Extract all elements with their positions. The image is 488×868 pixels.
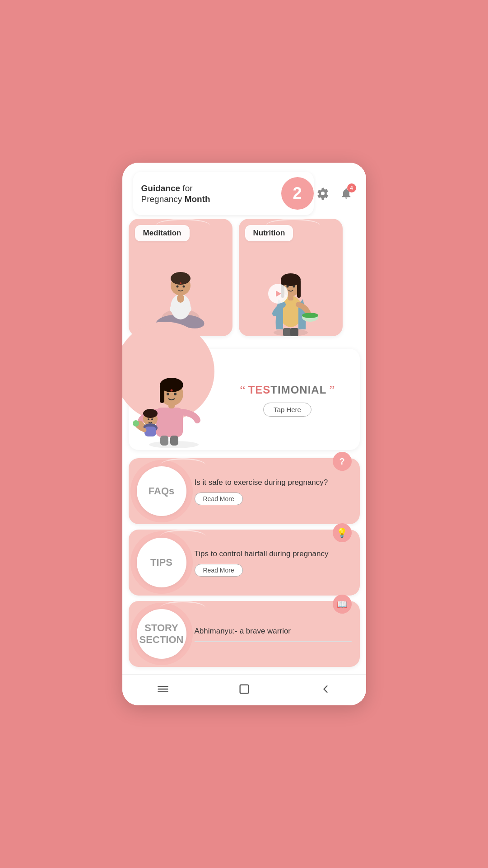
faq-read-more-button[interactable]: Read More xyxy=(195,493,243,505)
guidance-bold: Guidance xyxy=(141,183,181,193)
tips-text: Tips to control hairfall during pregnanc… xyxy=(195,549,352,559)
svg-rect-27 xyxy=(156,408,183,437)
play-button[interactable] xyxy=(268,284,288,304)
month-text: Month xyxy=(185,194,210,204)
notification-button[interactable]: 4 xyxy=(337,184,355,202)
month-badge[interactable]: 2 xyxy=(281,177,314,210)
story-title-text: Abhimanyu:- a brave warrior xyxy=(195,626,352,637)
faq-question-text: Is it safe to exercise during pregnancy? xyxy=(195,477,352,488)
meditation-image-area xyxy=(129,241,232,336)
svg-point-7 xyxy=(176,276,185,283)
testimonial-figure xyxy=(129,349,219,448)
quote-close: ” xyxy=(329,383,335,397)
header-icons: 4 xyxy=(314,184,355,202)
svg-rect-42 xyxy=(144,427,156,436)
nutrition-card[interactable]: Nutrition xyxy=(239,219,343,336)
play-icon xyxy=(274,290,282,298)
faq-card[interactable]: FAQs ? Is it safe to exercise during pre… xyxy=(129,458,360,524)
tips-lightbulb-icon: 💡 xyxy=(333,523,352,542)
notification-badge: 4 xyxy=(347,183,356,192)
testimonial-image-area xyxy=(129,349,219,450)
testimonial-text-area: “ TESTIMONIAL ” Tap Here xyxy=(219,375,360,425)
header: Guidance for Pregnancy Month 2 xyxy=(122,163,366,219)
pregnancy-text: Pregnancy xyxy=(141,194,185,204)
story-icon-circle: STORY SECTION xyxy=(137,609,186,659)
svg-point-23 xyxy=(286,286,288,288)
meditation-card[interactable]: Meditation xyxy=(129,219,232,336)
menu-button[interactable] xyxy=(152,681,174,697)
gear-icon xyxy=(316,187,329,200)
testimonial-timonial: TIMONIAL xyxy=(270,384,326,396)
testimonial-title: TESTIMONIAL xyxy=(248,384,327,396)
story-card[interactable]: STORY SECTION 📖 Abhimanyu:- a brave warr… xyxy=(129,601,360,667)
menu-icon xyxy=(157,683,169,695)
svg-point-15 xyxy=(302,313,318,318)
svg-rect-28 xyxy=(160,436,168,446)
tips-card[interactable]: TIPS 💡 Tips to control hairfall during p… xyxy=(129,530,360,596)
back-icon xyxy=(319,683,332,695)
testimonial-title-row: “ TESTIMONIAL ” xyxy=(240,383,335,397)
nutrition-image-area xyxy=(239,241,343,336)
quote-open: “ xyxy=(240,383,245,397)
pregnancy-month-line: Pregnancy Month xyxy=(141,194,269,204)
back-button[interactable] xyxy=(314,681,337,697)
nutrition-arc-decoration xyxy=(266,219,320,232)
svg-point-24 xyxy=(293,286,295,288)
guidance-line: Guidance for xyxy=(141,183,269,194)
svg-point-35 xyxy=(174,393,177,395)
svg-rect-16 xyxy=(283,328,291,336)
svg-point-41 xyxy=(151,418,153,420)
svg-rect-29 xyxy=(170,436,178,446)
settings-button[interactable] xyxy=(314,184,332,202)
svg-point-9 xyxy=(182,286,185,288)
faq-question-icon: ? xyxy=(333,452,352,471)
svg-rect-47 xyxy=(240,685,248,694)
tips-label: TIPS xyxy=(150,557,172,568)
story-book-icon: 📖 xyxy=(333,595,352,614)
story-label: STORY SECTION xyxy=(139,622,184,646)
faq-icon-circle: FAQs xyxy=(137,466,186,516)
svg-point-34 xyxy=(167,393,169,395)
tips-read-more-button[interactable]: Read More xyxy=(195,564,243,577)
svg-point-8 xyxy=(176,286,178,288)
square-icon xyxy=(238,683,251,695)
story-divider xyxy=(195,641,352,642)
svg-point-36 xyxy=(170,389,172,392)
bottom-navigation xyxy=(122,674,366,705)
svg-point-39 xyxy=(143,409,158,418)
svg-point-40 xyxy=(148,418,149,420)
faq-content: ? Is it safe to exercise during pregnanc… xyxy=(186,471,360,511)
tap-here-button[interactable]: Tap Here xyxy=(263,403,311,417)
testimonial-section[interactable]: “ TESTIMONIAL ” Tap Here xyxy=(129,349,360,450)
tips-icon-circle: TIPS xyxy=(137,538,186,587)
svg-marker-25 xyxy=(276,291,281,297)
header-title-area: Guidance for Pregnancy Month 2 xyxy=(133,172,314,215)
story-label-line2: SECTION xyxy=(139,634,184,645)
title-text-block: Guidance for Pregnancy Month xyxy=(141,183,273,204)
story-content: 📖 Abhimanyu:- a brave warrior xyxy=(186,619,360,649)
testimonial-tes: TES xyxy=(248,384,271,396)
tips-content: 💡 Tips to control hairfall during pregna… xyxy=(186,542,360,583)
story-label-line1: STORY xyxy=(144,622,178,633)
app-background: Guidance for Pregnancy Month 2 xyxy=(122,163,366,705)
svg-point-43 xyxy=(133,420,139,427)
for-text: for xyxy=(180,183,192,193)
svg-rect-22 xyxy=(297,280,301,298)
faq-label: FAQs xyxy=(149,485,174,497)
svg-point-10 xyxy=(180,282,181,284)
svg-rect-33 xyxy=(160,386,164,403)
card-arc-decoration xyxy=(156,219,210,232)
phone-frame: Guidance for Pregnancy Month 2 xyxy=(122,163,366,705)
home-button[interactable] xyxy=(233,681,256,697)
svg-rect-17 xyxy=(290,328,298,336)
